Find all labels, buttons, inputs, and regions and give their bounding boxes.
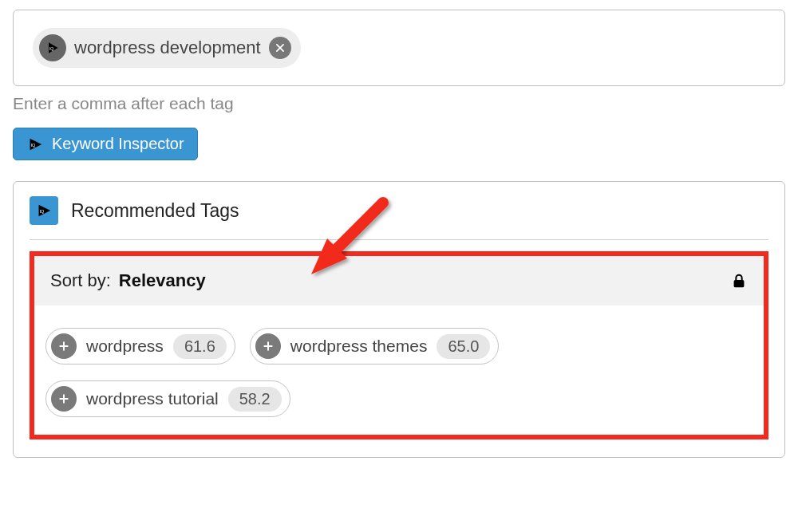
- recommended-tag-pill[interactable]: wordpress 61.6: [45, 328, 235, 365]
- svg-text:IQ: IQ: [31, 142, 37, 147]
- iq-square-icon: IQ: [30, 196, 58, 225]
- highlight-annotation-box: Sort by: Relevancy wordpress 61.6: [30, 251, 768, 439]
- recommended-tag-score: 65.0: [437, 334, 490, 359]
- recommended-tag-score: 58.2: [228, 387, 282, 412]
- sort-by-value: Relevancy: [119, 270, 206, 291]
- tag-input-container[interactable]: IQ wordpress development: [13, 10, 785, 86]
- recommended-tag-score: 61.6: [173, 334, 227, 359]
- tag-chip-label: wordpress development: [74, 37, 261, 58]
- recommended-tag-label: wordpress: [86, 337, 164, 356]
- svg-text:IQ: IQ: [40, 209, 45, 214]
- svg-rect-8: [734, 280, 745, 287]
- iq-play-icon: IQ: [39, 34, 66, 61]
- panel-title: Recommended Tags: [71, 200, 239, 222]
- lock-icon: [730, 272, 748, 290]
- add-tag-button[interactable]: [51, 386, 77, 412]
- panel-divider: [30, 239, 768, 240]
- keyword-inspector-label: Keyword Inspector: [52, 135, 184, 153]
- plus-icon: [57, 392, 70, 405]
- recommended-tags-panel: IQ Recommended Tags Sort by: Relevancy: [13, 181, 785, 458]
- tag-chip: IQ wordpress development: [33, 28, 301, 68]
- svg-text:IQ: IQ: [49, 46, 53, 51]
- iq-play-icon: IQ: [26, 136, 44, 153]
- recommended-tag-label: wordpress tutorial: [86, 389, 219, 408]
- add-tag-button[interactable]: [255, 333, 281, 359]
- recommended-tag-pill[interactable]: wordpress themes 65.0: [250, 328, 500, 365]
- add-tag-button[interactable]: [51, 333, 77, 359]
- keyword-inspector-button[interactable]: IQ Keyword Inspector: [13, 128, 198, 160]
- helper-text: Enter a comma after each tag: [13, 94, 785, 113]
- recommended-tags-list: wordpress 61.6 wordpress themes 65.0: [34, 328, 764, 435]
- panel-header: IQ Recommended Tags: [30, 196, 768, 225]
- sort-bar[interactable]: Sort by: Relevancy: [34, 256, 764, 305]
- plus-icon: [57, 340, 70, 353]
- close-icon: [275, 42, 286, 53]
- recommended-tag-pill[interactable]: wordpress tutorial 58.2: [45, 380, 290, 417]
- plus-icon: [262, 340, 275, 353]
- remove-tag-button[interactable]: [269, 37, 291, 59]
- recommended-tag-label: wordpress themes: [290, 337, 428, 356]
- sort-by-label: Sort by:: [50, 270, 111, 291]
